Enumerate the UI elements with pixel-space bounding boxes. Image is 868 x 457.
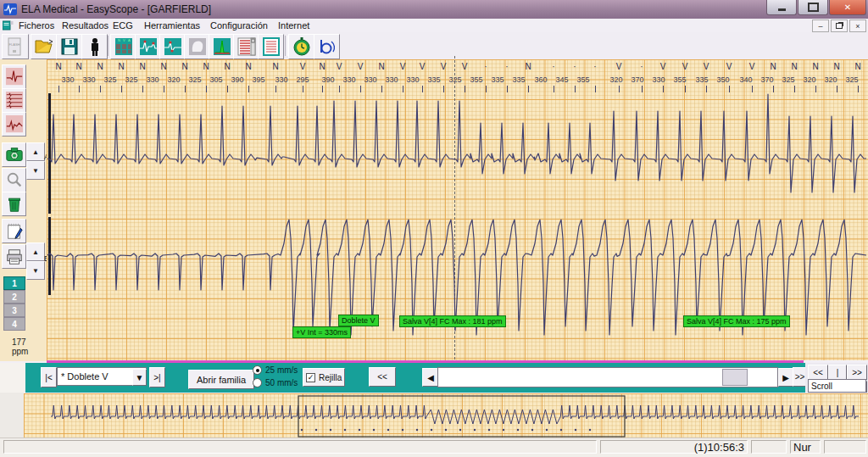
beat-tick — [303, 86, 303, 92]
print-button[interactable] — [2, 244, 26, 269]
scroll-page-left-button[interactable]: << — [369, 367, 396, 387]
menu-item-internet[interactable]: Internet — [278, 20, 309, 31]
channel-a-up-button[interactable]: ▲ — [26, 142, 45, 161]
beat-interval: 320 — [821, 75, 841, 84]
ecg-beat-view-button[interactable] — [2, 64, 26, 89]
ecg-beat2-view-button[interactable] — [2, 112, 26, 137]
report-button[interactable] — [258, 34, 284, 59]
beat-tick — [554, 86, 554, 92]
stopwatch-button[interactable] — [288, 34, 314, 59]
beat-label: V — [656, 62, 670, 71]
scroll-mode-value: Scroll — [811, 382, 832, 391]
beat-interval: 350 — [713, 75, 733, 84]
page-button-2[interactable]: 2 — [3, 290, 25, 304]
page-button-4[interactable]: 4 — [3, 317, 25, 331]
first-family-button[interactable]: |< — [41, 367, 57, 387]
beat-label: V — [458, 62, 471, 71]
beat-interval: 330 — [142, 75, 163, 84]
ecg-strips-view-button[interactable] — [2, 88, 26, 113]
maximize-button[interactable] — [798, 0, 828, 15]
menu-item-herramientas[interactable]: Herramientas — [144, 20, 200, 31]
beat-label: N — [809, 62, 822, 71]
histogram-button[interactable] — [209, 34, 235, 59]
beat-interval: 325 — [842, 75, 862, 84]
svg-text:N: N — [118, 38, 120, 42]
beat-label: N — [766, 62, 780, 71]
stopwatch-icon — [292, 36, 312, 57]
shape-view-button[interactable] — [184, 34, 210, 59]
beat-grid-button[interactable]: NVA — [110, 34, 136, 59]
status-end-panel — [824, 440, 866, 454]
snapshot-button[interactable] — [2, 142, 26, 167]
beat-tick — [528, 86, 529, 92]
speed-radio-50[interactable]: 50 mm/s — [253, 378, 298, 387]
ecg-events-button[interactable] — [135, 34, 161, 59]
notes-button[interactable] — [2, 219, 26, 243]
scroll-right-arrow-button[interactable]: ▶ — [778, 368, 793, 387]
heart-rate-readout: 177 ppm — [12, 337, 28, 356]
grid-checkbox[interactable]: ✓ — [306, 373, 315, 382]
close-button[interactable]: ✕ — [829, 0, 866, 15]
beat-label: N — [269, 62, 282, 71]
channel-b-up-button[interactable]: ▲ — [26, 242, 45, 261]
last-family-button[interactable]: >| — [149, 367, 165, 387]
zoom-tool-icon — [5, 171, 24, 190]
channel-b-down-button[interactable]: ▼ — [26, 261, 45, 280]
ecg-annotation[interactable]: Salva V[4] FC Max : 181 ppm — [399, 315, 506, 327]
beat-table-button[interactable] — [233, 34, 259, 59]
beat-interval: 330 — [648, 75, 669, 84]
channel-a-down-button[interactable]: ▼ — [26, 161, 45, 180]
grid-toggle-panel[interactable]: ✓ Rejilla — [303, 368, 345, 387]
beat-tick — [773, 86, 774, 92]
beat-interval: 330 — [271, 75, 292, 84]
mdi-close-button[interactable]: × — [849, 20, 866, 32]
beat-tick — [142, 86, 143, 92]
patient-button[interactable] — [81, 34, 108, 59]
nav-mid-button[interactable]: | — [828, 365, 847, 380]
beat-tick — [465, 86, 465, 92]
speed-radio-25[interactable]: 25 mm/s — [253, 365, 298, 375]
scrollbar-thumb[interactable] — [722, 369, 748, 386]
menu-item-ecg[interactable]: ECG — [113, 20, 133, 31]
save-button[interactable] — [56, 34, 82, 59]
beat-interval: 335 — [487, 75, 508, 84]
nav-forward-button[interactable]: >> — [847, 365, 867, 380]
beat-tick — [381, 86, 382, 92]
beat-tick — [422, 86, 423, 92]
menu-item-resultados[interactable]: Resultados — [62, 20, 108, 31]
beat-tick — [443, 86, 444, 92]
ecg-events-2-button[interactable] — [159, 34, 186, 59]
beat-tick — [619, 86, 620, 92]
ela-logo-button[interactable] — [314, 34, 340, 59]
ecg-beat2-view-icon — [5, 115, 24, 134]
menu-item-configuracin[interactable]: Configuración — [210, 20, 268, 31]
nav-back-button[interactable]: << — [808, 365, 828, 380]
mdi-restore-button[interactable] — [831, 20, 848, 32]
beat-tick — [507, 86, 508, 92]
beat-tick — [322, 86, 323, 92]
ecg-annotation[interactable]: Salva V[4] FC Max : 175 ppm — [683, 315, 790, 327]
menu-item-ficheros[interactable]: Ficheros — [19, 20, 54, 31]
ecg-annotation[interactable]: +V Int = 330ms — [292, 326, 351, 338]
scroll-mode-select[interactable]: Scroll — [808, 379, 866, 393]
beat-tick — [837, 86, 837, 92]
page-button-1[interactable]: 1 — [3, 276, 25, 290]
page-button-3[interactable]: 3 — [3, 304, 25, 317]
minimize-button[interactable] — [766, 0, 797, 15]
scroll-left-arrow-button[interactable]: ◀ — [422, 368, 439, 387]
open-family-button[interactable]: Abrir familia — [188, 370, 254, 389]
open-file-button[interactable] — [31, 34, 57, 59]
ecg-annotation[interactable]: Doblete V — [338, 315, 379, 326]
mdi-minimize-button[interactable]: – — [812, 20, 829, 32]
family-select-arrow-icon[interactable]: ▼ — [132, 369, 147, 386]
beat-tick — [206, 86, 207, 92]
time-cursor[interactable] — [454, 56, 455, 359]
beat-interval: 355 — [573, 75, 593, 84]
beat-label: · — [588, 62, 602, 71]
beat-tick — [595, 86, 596, 92]
beat-interval: 325 — [445, 75, 465, 84]
delete-button[interactable] — [2, 192, 26, 216]
overview-strip[interactable] — [24, 393, 868, 437]
beat-label: V — [415, 62, 429, 71]
beat-label: N — [157, 62, 170, 71]
